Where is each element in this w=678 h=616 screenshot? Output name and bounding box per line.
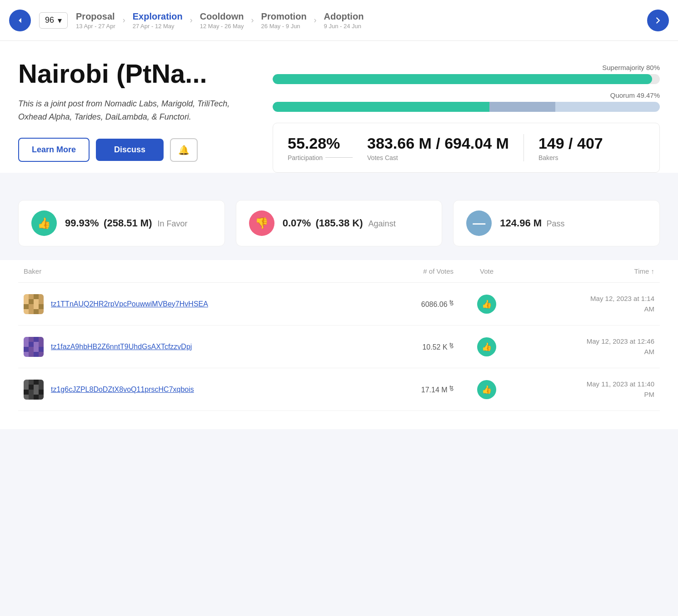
against-text: 0.07% (185.38 K) Against — [283, 217, 396, 229]
vote-cell-2: 👍 — [459, 326, 514, 368]
forward-button[interactable] — [647, 10, 669, 31]
baker-avatar-3 — [24, 380, 44, 400]
quorum-bar — [273, 102, 660, 112]
baker-address-link-3[interactable]: tz1g6cJZPL8DoDZtX8voQ11prscHC7xqbois — [51, 386, 194, 394]
votes-cast-label: Votes Cast — [367, 154, 398, 161]
favor-pct: 99.93% — [65, 217, 99, 229]
step-arrow-1: › — [123, 15, 125, 25]
supermajority-bar — [273, 74, 660, 84]
stat-participation: 55.28% Participation — [288, 135, 353, 161]
against-amount: (185.38 K) — [316, 217, 366, 229]
stat-divider — [523, 134, 524, 161]
baker-cell-2: tz1fazA9hbHB2Z6nntT9UhdGsAXTcfzzvDpj — [18, 326, 379, 368]
main-content: Nairobi (PtNa... This is a joint post fr… — [0, 41, 678, 173]
nav-step-cooldown[interactable]: Cooldown 12 May - 26 May — [200, 11, 244, 30]
favor-text: 99.93% (258.51 M) In Favor — [65, 217, 188, 229]
pass-icon: — — [466, 210, 492, 236]
yay-icon-3: 👍 — [482, 385, 492, 395]
baker-address-link-2[interactable]: tz1fazA9hbHB2Z6nntT9UhdGsAXTcfzzvDpj — [51, 343, 192, 351]
step-label-exploration: Exploration — [133, 11, 183, 22]
step-date-exploration: 27 Apr - 12 May — [133, 23, 183, 30]
vote-dot-2: 👍 — [477, 337, 496, 356]
favor-amount: (258.51 M) — [104, 217, 155, 229]
step-date-promotion: 26 May - 9 Jun — [261, 23, 307, 30]
table-header-row: Baker # of Votes Vote Time ↑ — [18, 260, 660, 283]
vote-card-pass: — 124.96 M Pass — [453, 200, 660, 246]
nav-step-promotion[interactable]: Promotion 26 May - 9 Jun — [261, 11, 307, 30]
baker-cell-3: tz1g6cJZPL8DoDZtX8voQ11prscHC7xqbois — [18, 368, 379, 411]
baker-address-link-1[interactable]: tz1TTnAUQ2HR2rpVpcPouwwiMVBey7HvHSEA — [51, 300, 208, 308]
stat-line-decoration — [325, 157, 353, 158]
pass-dash-icon: — — [473, 216, 485, 230]
quorum-bar-green — [273, 102, 489, 112]
nav-step-exploration[interactable]: Exploration 27 Apr - 12 May — [133, 11, 183, 30]
bakers-table: Baker # of Votes Vote Time ↑ — [18, 260, 660, 411]
against-pct: 0.07% — [283, 217, 311, 229]
supermajority-bar-fill — [273, 74, 652, 84]
step-label-adoption: Adoption — [324, 11, 364, 22]
participation-value: 55.28% — [288, 135, 340, 152]
step-date-adoption: 9 Jun - 24 Jun — [324, 23, 364, 30]
favor-icon: 👍 — [31, 210, 57, 236]
pass-text: 124.96 M Pass — [500, 217, 564, 229]
time-cell-3: May 11, 2023 at 11:40 PM — [514, 368, 660, 411]
bell-button[interactable]: 🔔 — [170, 138, 198, 162]
thumbs-down-icon: 👎 — [255, 217, 269, 230]
supermajority-label: Supermajority 80% — [273, 64, 660, 71]
proposal-description: This is a joint post from Nomadic Labs, … — [18, 97, 245, 124]
votes-cell-2: 10.52 K ꜩ — [379, 326, 459, 368]
nav-step-adoption[interactable]: Adoption 9 Jun - 24 Jun — [324, 11, 364, 30]
vote-dot-1: 👍 — [477, 295, 496, 314]
step-arrow-2: › — [190, 15, 193, 25]
proposal-right: Supermajority 80% Quorum 49.47% 55.28% P… — [273, 59, 660, 173]
time-cell-1: May 12, 2023 at 1:14 AM — [514, 283, 660, 326]
nav-step-proposal[interactable]: Proposal 13 Apr - 27 Apr — [76, 11, 115, 30]
nav-steps: Proposal 13 Apr - 27 Apr › Exploration 2… — [76, 11, 647, 30]
bakers-label: Bakers — [538, 154, 558, 161]
votes-summary-section: 👍 99.93% (258.51 M) In Favor 👎 0.07% (18… — [0, 186, 678, 260]
step-label-promotion: Promotion — [261, 11, 307, 22]
proposal-left: Nairobi (PtNa... This is a joint post fr… — [18, 59, 245, 162]
proposal-number-select[interactable]: 96 ▾ — [39, 12, 68, 29]
votes-cell-3: 17.14 M ꜩ — [379, 368, 459, 411]
dropdown-arrow-icon: ▾ — [58, 15, 62, 25]
bell-icon: 🔔 — [178, 145, 189, 155]
back-button[interactable] — [9, 10, 31, 31]
tez-symbol-1: ꜩ — [449, 299, 454, 305]
against-label: Against — [369, 219, 396, 228]
table-row: tz1TTnAUQ2HR2rpVpcPouwwiMVBey7HvHSEA 608… — [18, 283, 660, 326]
tez-symbol-2: ꜩ — [449, 341, 454, 348]
col-vote: Vote — [459, 260, 514, 283]
step-date-proposal: 13 Apr - 27 Apr — [76, 23, 115, 30]
bakers-value: 149 / 407 — [538, 135, 603, 152]
vote-card-against: 👎 0.07% (185.38 K) Against — [236, 200, 443, 246]
quorum-bar-blue — [489, 102, 555, 112]
col-time: Time ↑ — [514, 260, 660, 283]
baker-avatar-1 — [24, 294, 44, 314]
against-icon: 👎 — [249, 210, 274, 236]
time-cell-2: May 12, 2023 at 12:46 AM — [514, 326, 660, 368]
step-date-cooldown: 12 May - 26 May — [200, 23, 244, 30]
step-label-proposal: Proposal — [76, 11, 115, 22]
learn-more-button[interactable]: Learn More — [18, 138, 90, 162]
participation-label: Participation — [288, 154, 353, 161]
votes-cell-1: 6086.06 ꜩ — [379, 283, 459, 326]
yay-icon-2: 👍 — [482, 342, 492, 352]
step-label-cooldown: Cooldown — [200, 11, 244, 22]
col-baker: Baker — [18, 260, 379, 283]
step-arrow-4: › — [314, 15, 317, 25]
table-row: tz1fazA9hbHB2Z6nntT9UhdGsAXTcfzzvDpj 10.… — [18, 326, 660, 368]
pass-label: Pass — [547, 219, 565, 228]
baker-cell-1: tz1TTnAUQ2HR2rpVpcPouwwiMVBey7HvHSEA — [18, 283, 379, 326]
discuss-button[interactable]: Discuss — [96, 139, 164, 161]
yay-icon-1: 👍 — [482, 299, 492, 309]
stat-votes-cast: 383.66 M / 694.04 M Votes Cast — [367, 135, 509, 161]
top-navigation: 96 ▾ Proposal 13 Apr - 27 Apr › Explorat… — [0, 0, 678, 41]
step-arrow-3: › — [251, 15, 254, 25]
votes-cast-value: 383.66 M / 694.04 M — [367, 135, 509, 152]
proposal-actions: Learn More Discuss 🔔 — [18, 138, 245, 162]
proposal-number: 96 — [45, 15, 54, 25]
proposal-header: Nairobi (PtNa... This is a joint post fr… — [18, 59, 660, 173]
stat-bakers: 149 / 407 Bakers — [538, 135, 603, 161]
vote-card-favor: 👍 99.93% (258.51 M) In Favor — [18, 200, 225, 246]
